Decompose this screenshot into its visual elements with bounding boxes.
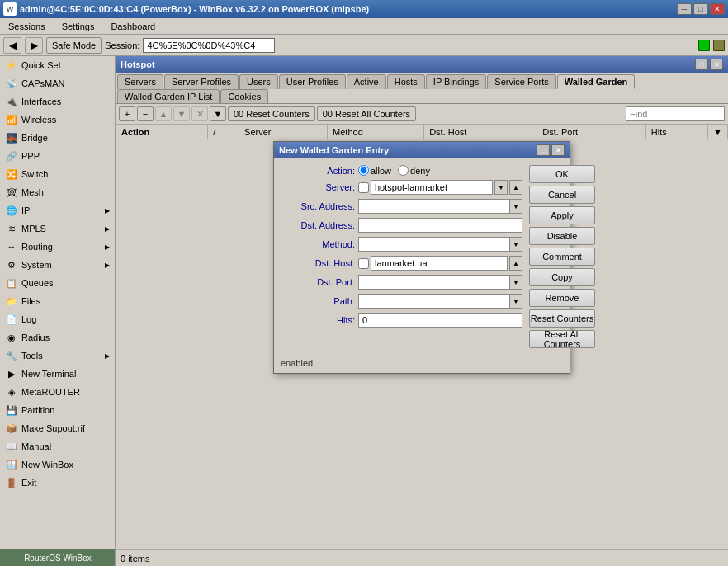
action-allow-label: allow <box>358 165 391 176</box>
dst-port-dropdown[interactable]: ▼ <box>509 275 522 290</box>
sidebar-label-metarouter: MetaROUTER <box>21 387 80 397</box>
sidebar-item-radius[interactable]: ◉ Radius <box>0 328 115 347</box>
dst-address-input[interactable] <box>358 218 522 233</box>
hotspot-close-button[interactable]: ✕ <box>710 59 723 70</box>
sidebar-item-make-supout[interactable]: 📦 Make Supout.rif <box>0 419 115 437</box>
sidebar-item-new-winbox[interactable]: 🪟 New WinBox <box>0 455 115 474</box>
sidebar-item-new-terminal[interactable]: ▶ New Terminal <box>0 365 115 383</box>
method-input[interactable] <box>358 237 509 252</box>
forward-button[interactable]: ▶ <box>25 37 43 54</box>
sidebar-item-tools[interactable]: 🔧 Tools <box>0 347 115 365</box>
sidebar-item-bridge[interactable]: 🌉 Bridge <box>0 129 115 147</box>
sidebar-item-switch[interactable]: 🔀 Switch <box>0 165 115 183</box>
reset-all-counters-dialog-button[interactable]: Reset All Counters <box>529 330 595 348</box>
back-button[interactable]: ◀ <box>3 37 21 54</box>
move-down-button[interactable]: ▼ <box>173 106 190 121</box>
action-deny-radio[interactable] <box>398 165 409 176</box>
remove-button[interactable]: − <box>137 106 154 121</box>
add-button[interactable]: + <box>119 106 135 121</box>
server-dropdown-arrow[interactable]: ▼ <box>494 180 508 195</box>
method-label: Method: <box>281 239 355 249</box>
delete-button[interactable]: ✕ <box>191 106 208 121</box>
dialog-title-text: New Walled Garden Entry <box>279 145 389 155</box>
path-input[interactable] <box>358 294 509 309</box>
close-button[interactable]: ✕ <box>710 3 725 15</box>
tab-cookies[interactable]: Cookies <box>220 89 268 103</box>
col-slash: / <box>208 125 239 139</box>
sidebar-item-files[interactable]: 📁 Files <box>0 292 115 310</box>
tab-server-profiles[interactable]: Server Profiles <box>164 74 239 89</box>
dst-port-input[interactable] <box>358 275 509 290</box>
dialog-restore-button[interactable]: □ <box>537 144 550 156</box>
sidebar-item-quick-set[interactable]: ⚡ Quick Set <box>0 56 115 74</box>
sidebar-item-queues[interactable]: 📋 Queues <box>0 274 115 292</box>
maximize-button[interactable]: □ <box>693 3 708 15</box>
sidebar-item-routing[interactable]: ↔ Routing <box>0 238 115 256</box>
make-supout-icon: 📦 <box>5 422 18 435</box>
dst-host-up-arrow[interactable]: ▲ <box>509 256 522 271</box>
tab-walled-garden[interactable]: Walled Garden <box>557 74 636 89</box>
tab-servers[interactable]: Servers <box>117 74 163 89</box>
tab-user-profiles[interactable]: User Profiles <box>279 74 346 89</box>
remove-dialog-button[interactable]: Remove <box>529 289 595 307</box>
path-dropdown[interactable]: ▼ <box>509 294 522 309</box>
session-input[interactable] <box>143 38 275 53</box>
hits-input[interactable] <box>358 313 522 328</box>
safe-mode-button[interactable]: Safe Mode <box>46 37 102 54</box>
src-address-dropdown[interactable]: ▼ <box>509 199 522 214</box>
menu-dashboard[interactable]: Dashboard <box>106 20 160 33</box>
disable-button[interactable]: Disable <box>529 227 595 245</box>
filter-button[interactable]: ▼ <box>210 106 226 121</box>
dialog-footer: enabled <box>274 355 570 373</box>
tab-service-ports[interactable]: Service Ports <box>487 74 555 89</box>
src-address-input[interactable] <box>358 199 509 214</box>
server-row: Server: ▼ ▲ <box>281 180 522 195</box>
dialog-close-button[interactable]: ✕ <box>551 144 565 156</box>
move-up-button[interactable]: ▲ <box>155 106 172 121</box>
action-allow-radio[interactable] <box>358 165 369 176</box>
comment-button[interactable]: Comment <box>529 248 595 266</box>
tab-ip-bindings[interactable]: IP Bindings <box>426 74 486 89</box>
apply-button[interactable]: Apply <box>529 206 595 224</box>
sidebar-item-capsman[interactable]: 📡 CAPsMAN <box>0 74 115 92</box>
server-up-arrow[interactable]: ▲ <box>509 180 522 195</box>
sidebar-item-ip[interactable]: 🌐 IP <box>0 201 115 219</box>
hotspot-restore-button[interactable]: □ <box>695 59 708 70</box>
tab-walled-garden-ip[interactable]: Walled Garden IP List <box>117 89 220 103</box>
menu-sessions[interactable]: Sessions <box>3 20 50 33</box>
sidebar-label-tools: Tools <box>21 351 43 361</box>
tab-active[interactable]: Active <box>347 74 386 89</box>
tab-users[interactable]: Users <box>239 74 278 89</box>
sidebar-item-metarouter[interactable]: ◈ MetaROUTER <box>0 383 115 401</box>
ok-button[interactable]: OK <box>529 165 595 183</box>
find-input[interactable] <box>626 106 725 121</box>
exit-icon: 🚪 <box>5 476 18 489</box>
sidebar-item-log[interactable]: 📄 Log <box>0 310 115 328</box>
sidebar-item-exit[interactable]: 🚪 Exit <box>0 474 115 492</box>
sidebar-item-partition[interactable]: 💾 Partition <box>0 401 115 419</box>
dst-host-checkbox[interactable] <box>358 258 369 269</box>
reset-all-counters-button[interactable]: 00 Reset All Counters <box>317 106 416 121</box>
menu-settings[interactable]: Settings <box>57 20 100 33</box>
sidebar-item-interfaces[interactable]: 🔌 Interfaces <box>0 92 115 111</box>
server-input[interactable] <box>371 180 493 195</box>
sidebar-item-ppp[interactable]: 🔗 PPP <box>0 147 115 165</box>
reset-counters-button[interactable]: 00 Reset Counters <box>228 106 315 121</box>
sidebar-item-mpls[interactable]: ≋ MPLS <box>0 219 115 238</box>
cancel-button[interactable]: Cancel <box>529 186 595 204</box>
server-checkbox[interactable] <box>358 182 369 193</box>
tab-hosts[interactable]: Hosts <box>387 74 425 89</box>
method-dropdown[interactable]: ▼ <box>509 237 522 252</box>
sidebar-label-manual: Manual <box>21 441 51 451</box>
sidebar-item-mesh[interactable]: 🕸 Mesh <box>0 183 115 201</box>
sidebar-item-system[interactable]: ⚙ System <box>0 256 115 274</box>
sidebar-item-wireless[interactable]: 📶 Wireless <box>0 111 115 129</box>
copy-button[interactable]: Copy <box>529 268 595 286</box>
action-radio-group: allow deny <box>358 165 430 176</box>
reset-counters-dialog-button[interactable]: Reset Counters <box>529 309 595 328</box>
sidebar-item-manual[interactable]: 📖 Manual <box>0 437 115 455</box>
minimize-button[interactable]: ─ <box>677 3 692 15</box>
interfaces-icon: 🔌 <box>5 95 18 108</box>
path-row: Path: ▼ <box>281 294 522 309</box>
dst-host-input[interactable] <box>371 256 508 271</box>
